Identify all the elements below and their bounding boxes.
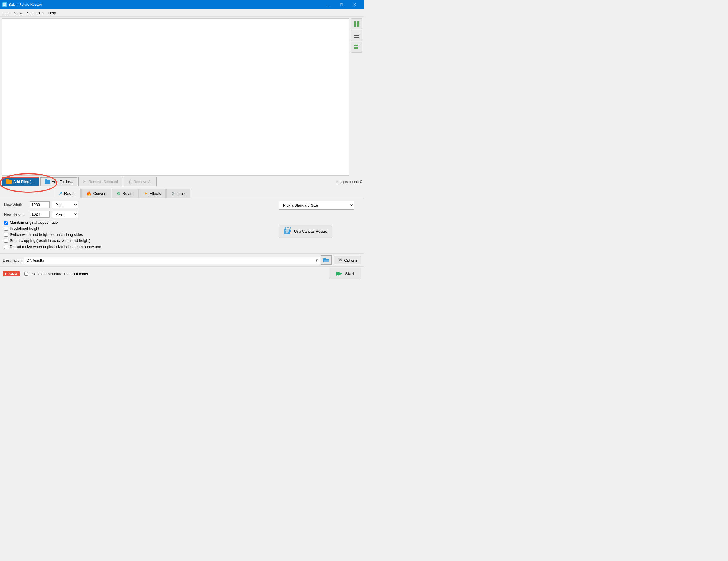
- height-unit-select[interactable]: Pixel Percent Inch cm: [52, 211, 78, 218]
- canvas-resize-label: Use Canvas Resize: [294, 229, 327, 234]
- remove-all-button[interactable]: ❮ Remove All: [124, 177, 157, 187]
- effects-tab-icon: ✦: [144, 191, 148, 196]
- add-files-icon: [6, 180, 12, 184]
- svg-rect-8: [356, 45, 358, 46]
- add-files-button[interactable]: Add File(s)...: [2, 177, 39, 186]
- canvas-resize-button[interactable]: Use Canvas Resize: [279, 225, 332, 238]
- tab-rotate[interactable]: ↻ Rotate: [112, 189, 138, 198]
- new-height-label: New Height: [4, 212, 27, 217]
- resize-tab-label: Resize: [64, 191, 76, 196]
- svg-rect-13: [284, 229, 290, 234]
- options-button[interactable]: Options: [334, 256, 361, 264]
- add-files-label: Add File(s)...: [13, 180, 35, 184]
- menu-softorbits[interactable]: SoftOrbits: [25, 10, 46, 16]
- toolbar-buttons: Add File(s)... Add Folder... ✂ Remove Se…: [0, 176, 364, 188]
- svg-rect-12: [359, 47, 359, 49]
- maximize-button[interactable]: □: [335, 0, 348, 9]
- svg-rect-5: [354, 35, 359, 36]
- images-count: Images count: 0: [336, 180, 362, 184]
- app-icon: 🖼: [2, 2, 7, 7]
- rotate-tab-label: Rotate: [122, 191, 133, 196]
- svg-rect-4: [354, 34, 359, 34]
- options-label: Options: [344, 258, 357, 263]
- svg-rect-1: [357, 21, 359, 24]
- remove-selected-label: Remove Selected: [88, 180, 118, 184]
- file-list: [2, 19, 349, 176]
- do-not-resize-label: Do not resize when original size is less…: [10, 245, 101, 249]
- maintain-aspect-ratio-checkbox[interactable]: [4, 221, 8, 225]
- convert-tab-label: Convert: [93, 191, 107, 196]
- new-height-input[interactable]: [30, 211, 50, 218]
- remove-selected-button[interactable]: ✂ Remove Selected: [78, 177, 122, 187]
- tools-tab-label: Tools: [177, 191, 185, 196]
- start-icon: [335, 271, 343, 277]
- svg-rect-6: [354, 37, 359, 38]
- effects-tab-label: Effects: [150, 191, 161, 196]
- bottom-bar: PROMO Use folder structure in output fol…: [0, 267, 364, 280]
- canvas-resize-icon: [284, 227, 292, 235]
- add-folder-button[interactable]: Add Folder...: [40, 178, 78, 186]
- remove-selected-icon: ✂: [83, 179, 86, 185]
- destination-label: Destination: [3, 258, 22, 263]
- new-width-label: New Width: [4, 203, 27, 207]
- folder-structure-label: Use folder structure in output folder: [30, 272, 89, 276]
- maintain-aspect-ratio-label: Maintain original aspect ratio: [10, 220, 58, 225]
- folder-structure-checkbox[interactable]: [24, 272, 28, 276]
- tab-resize[interactable]: ↗ Resize: [54, 189, 81, 198]
- svg-rect-2: [354, 24, 356, 27]
- view-buttons: [351, 19, 362, 176]
- list-view-button[interactable]: [351, 30, 362, 41]
- switch-width-height-checkbox[interactable]: [4, 233, 8, 237]
- grid-view-button[interactable]: [351, 42, 362, 53]
- start-label: Start: [345, 272, 354, 276]
- remove-all-icon: ❮: [128, 179, 132, 185]
- add-folder-icon: [45, 180, 50, 184]
- tab-tools[interactable]: ⚙ Tools: [166, 189, 190, 198]
- close-button[interactable]: ✕: [348, 0, 362, 9]
- svg-rect-3: [357, 24, 359, 27]
- menu-bar: File View SoftOrbits Help: [0, 9, 364, 17]
- title-bar: 🖼 Batch Picture Resizer ─ □ ✕: [0, 0, 364, 9]
- gear-icon: [338, 258, 343, 263]
- predefined-height-label: Predefined height: [10, 226, 39, 231]
- convert-tab-icon: 🔥: [86, 191, 92, 196]
- smart-cropping-label: Smart cropping (result in exact width an…: [10, 239, 91, 243]
- promo-badge: PROMO: [3, 271, 20, 276]
- do-not-resize-checkbox[interactable]: [4, 245, 8, 249]
- new-width-input[interactable]: [30, 202, 50, 208]
- svg-rect-16: [323, 259, 326, 259]
- app-title: Batch Picture Resizer: [9, 3, 42, 7]
- svg-rect-0: [354, 21, 356, 24]
- tab-convert[interactable]: 🔥 Convert: [81, 189, 112, 198]
- svg-point-18: [340, 259, 341, 261]
- browse-icon: [323, 258, 329, 263]
- width-unit-select[interactable]: Pixel Percent Inch cm: [52, 201, 78, 209]
- resize-tab-icon: ↗: [59, 191, 62, 196]
- tools-tab-icon: ⚙: [171, 191, 175, 196]
- svg-rect-11: [359, 45, 359, 46]
- add-folder-label: Add Folder...: [52, 180, 73, 184]
- menu-help[interactable]: Help: [46, 10, 58, 16]
- destination-row: Destination ▼ Options: [0, 254, 364, 267]
- svg-rect-7: [354, 45, 356, 46]
- standard-size-select[interactable]: Pick a Standard Size: [279, 201, 354, 210]
- rotate-tab-icon: ↻: [117, 191, 121, 196]
- svg-rect-10: [356, 47, 358, 49]
- destination-path-input[interactable]: [24, 257, 320, 264]
- start-button[interactable]: Start: [329, 268, 361, 280]
- minimize-button[interactable]: ─: [322, 0, 335, 9]
- menu-view[interactable]: View: [12, 10, 25, 16]
- predefined-height-checkbox[interactable]: [4, 227, 8, 231]
- settings-panel: New Width Pixel Percent Inch cm New Heig…: [0, 198, 364, 254]
- smart-cropping-checkbox[interactable]: [4, 239, 8, 243]
- svg-rect-17: [324, 260, 329, 262]
- remove-all-label: Remove All: [133, 180, 152, 184]
- menu-file[interactable]: File: [1, 10, 12, 16]
- tab-effects[interactable]: ✦ Effects: [139, 189, 166, 198]
- thumbnail-view-button[interactable]: [351, 19, 362, 29]
- svg-rect-9: [354, 47, 356, 49]
- browse-destination-button[interactable]: [321, 256, 332, 265]
- switch-width-height-label: Switch width and height to match long si…: [10, 233, 83, 237]
